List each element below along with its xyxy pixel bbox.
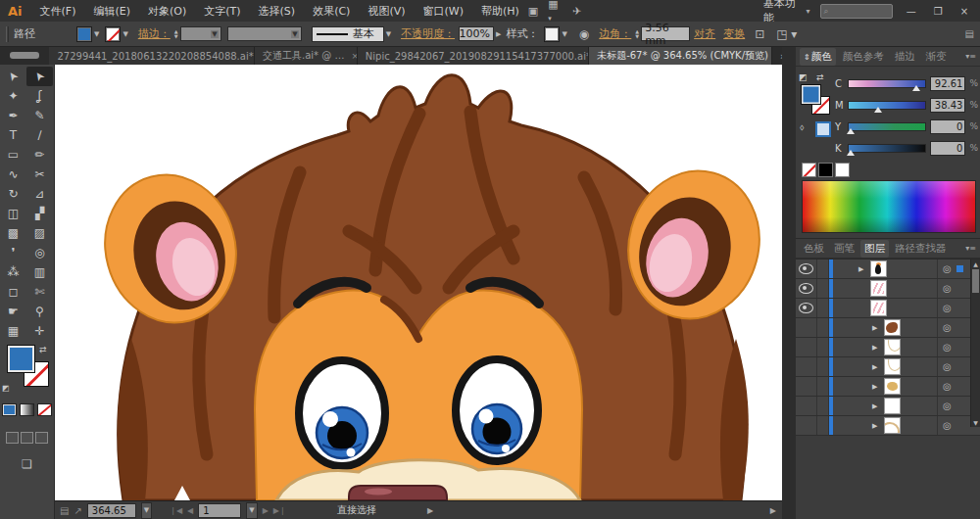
channel-value-field[interactable]: 92.61 (930, 76, 965, 91)
transform-link[interactable]: 变换 (723, 26, 745, 41)
next-artboard-icon[interactable]: ▶ (263, 506, 269, 515)
width-profile-dropdown[interactable]: ▼ (227, 26, 302, 41)
lock-cell[interactable] (817, 318, 829, 337)
swap-fill-stroke-icon[interactable]: ⇄ (39, 345, 47, 354)
out-of-gamut-cube-icon[interactable]: ⬨ (800, 121, 805, 133)
recolor-artwork-icon[interactable]: ◉ (579, 27, 589, 41)
channel-value-field[interactable]: 0 (930, 141, 965, 156)
stroke-caret-icon[interactable]: ▼ (122, 30, 127, 38)
brush-caret-icon[interactable]: ▼ (386, 30, 391, 38)
corner-stepper[interactable]: ▲▼ (635, 29, 639, 39)
puppet-warp-tool[interactable]: ✛ (26, 321, 53, 341)
first-artboard-icon[interactable]: ❘◀ (170, 506, 182, 515)
layer-thumbnail[interactable] (884, 319, 901, 336)
type-tool[interactable]: T (0, 125, 26, 145)
layer-row[interactable]: ▶ ◎ (796, 318, 980, 338)
column-graph-tool[interactable]: ▥ (26, 262, 53, 282)
rotate-tool[interactable]: ↻ (0, 184, 26, 204)
document-tab[interactable]: 交通工具.ai* @ … × (255, 47, 358, 65)
prev-artboard-icon[interactable]: ◀ (187, 506, 193, 515)
mini-fill-stroke-icon[interactable]: ◩ (799, 72, 808, 82)
selection-tool[interactable]: ➤ (0, 67, 26, 86)
layer-main-cell[interactable]: ▶ (833, 260, 937, 278)
export-icon[interactable]: ↗ (74, 505, 81, 516)
artboard-icon[interactable]: ▤ (60, 505, 69, 516)
document-tab[interactable]: Nipic_29842067_20190829115417377000.ai* … (358, 47, 589, 65)
hand-tool[interactable]: ☛ (0, 302, 26, 321)
style-swatch[interactable] (544, 26, 560, 42)
style-caret-icon[interactable]: ▼ (562, 30, 566, 38)
draw-inside-button[interactable] (35, 432, 48, 444)
minimize-button[interactable]: — (903, 6, 920, 17)
expand-triangle-icon[interactable]: ▶ (872, 363, 880, 371)
draw-normal-button[interactable] (6, 432, 19, 444)
zoom-level-field[interactable]: 364.65 (87, 503, 136, 518)
draw-behind-button[interactable] (21, 432, 33, 444)
visibility-cell[interactable] (796, 279, 817, 298)
menu-item[interactable]: 窗口(W) (415, 4, 472, 19)
menu-item[interactable]: 效果(C) (304, 4, 359, 19)
layers-scrollbar[interactable]: ▲ ▼ (970, 260, 980, 427)
scroll-right-icon[interactable]: ▶ (770, 506, 776, 515)
scissors-tool[interactable]: ✂ (26, 165, 53, 184)
artboard-caret-icon[interactable]: ▼ (246, 502, 257, 519)
document-tab[interactable]: 27299441_20180613220208854088.ai* × (49, 47, 255, 65)
blend-tool[interactable]: ◎ (26, 243, 53, 262)
panel-fill-swatch[interactable] (801, 84, 821, 105)
shape-builder-tool[interactable]: ◫ (0, 204, 26, 223)
menu-item[interactable]: 对象(O) (139, 4, 195, 19)
layer-thumbnail[interactable] (884, 417, 901, 434)
zoom-tool[interactable]: ⚲ (26, 302, 53, 321)
perspective-grid-tool[interactable]: ▞ (26, 204, 53, 223)
stroke-link[interactable]: 描边： (138, 26, 171, 41)
layer-main-cell[interactable]: ▶ (833, 416, 937, 435)
target-circle-icon[interactable]: ◎ (943, 382, 952, 392)
visibility-cell[interactable] (796, 299, 817, 317)
lock-cell[interactable] (817, 357, 829, 376)
scroll-up-icon[interactable]: ▲ (971, 260, 980, 267)
menu-item[interactable]: 帮助(H) (472, 4, 528, 19)
opacity-spinner-icon[interactable]: ▶ (496, 30, 501, 38)
fill-color-swatch[interactable] (76, 26, 92, 42)
target-circle-icon[interactable]: ◎ (943, 264, 952, 274)
expand-triangle-icon[interactable]: ▶ (872, 402, 880, 410)
layer-main-cell[interactable]: ▶ (833, 338, 937, 356)
visibility-cell[interactable] (796, 377, 817, 396)
target-circle-icon[interactable]: ◎ (943, 362, 952, 372)
slider-marker[interactable] (912, 85, 920, 91)
zoom-caret-icon[interactable]: ▼ (141, 502, 152, 519)
scrollbar-thumb[interactable] (972, 269, 979, 293)
menu-item[interactable]: 文件(F) (31, 4, 85, 19)
layer-main-cell[interactable]: ▶ (833, 357, 937, 376)
slider-marker[interactable] (847, 128, 855, 134)
last-artboard-icon[interactable]: ▶❘ (273, 506, 286, 515)
layer-row[interactable]: ▶ ◎ (796, 416, 980, 436)
lock-cell[interactable] (817, 397, 829, 415)
brush-definition-dropdown[interactable]: 基本 (312, 26, 384, 42)
status-arrow-icon[interactable]: ▶ (427, 506, 433, 515)
none-swatch[interactable] (802, 163, 816, 177)
slider-marker[interactable] (874, 107, 882, 113)
layer-main-cell[interactable]: ▶ (833, 279, 937, 298)
lock-cell[interactable] (817, 416, 829, 435)
expand-triangle-icon[interactable]: ▶ (858, 265, 866, 273)
stroke-color-swatch[interactable] (105, 26, 121, 42)
free-transform-tool[interactable]: ▦ (0, 321, 26, 341)
slice-tool[interactable]: ✄ (26, 282, 53, 302)
visibility-cell[interactable] (796, 397, 817, 415)
lasso-tool[interactable]: ʆ (26, 86, 53, 106)
panel-tab[interactable]: 图层 (860, 240, 889, 258)
layer-row[interactable]: ▶ ◎ (796, 279, 980, 299)
gpu-performance-icon[interactable]: ✈ (572, 5, 581, 18)
layer-row[interactable]: ▶ ◎ (796, 299, 980, 318)
layer-main-cell[interactable]: ▶ (833, 318, 937, 337)
target-circle-icon[interactable]: ◎ (943, 284, 952, 294)
symbol-sprayer-tool[interactable]: ⁂ (0, 262, 26, 282)
corner-link[interactable]: 边角： (599, 26, 631, 41)
corner-field[interactable]: 3.56 mm (641, 26, 690, 41)
direct-selection-tool[interactable]: ➤ (26, 67, 53, 86)
lock-cell[interactable] (817, 338, 829, 356)
panel-tab[interactable]: 描边 (890, 48, 919, 66)
target-circle-icon[interactable]: ◎ (943, 401, 952, 411)
black-swatch[interactable] (818, 163, 833, 177)
